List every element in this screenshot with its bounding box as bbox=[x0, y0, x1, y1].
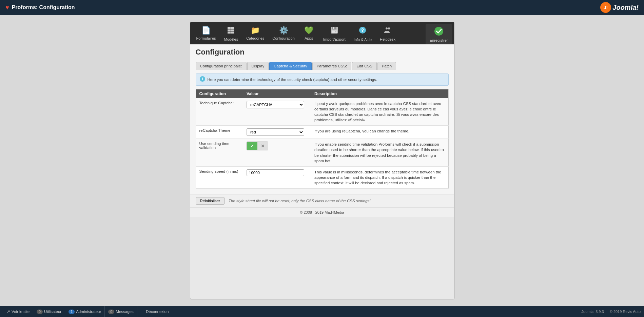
config-table: Configuration Valeur Description Techniq… bbox=[196, 89, 449, 189]
row2-value: red white blackglass clean bbox=[243, 126, 311, 139]
svg-rect-2 bbox=[228, 27, 231, 29]
reset-note: The style sheet file will not be reset, … bbox=[229, 199, 371, 203]
row3-desc: If you enable sending time validation Pr… bbox=[311, 139, 448, 166]
joomla-icon: J! bbox=[600, 2, 611, 13]
save-button[interactable]: Enregistrer bbox=[426, 24, 452, 44]
table-row: Technique Captcha: reCAPTCHA CSS Captcha… bbox=[196, 98, 448, 126]
row4-value bbox=[243, 166, 311, 188]
main-content: 📄 Formulaires Modèles 📁 Catégories ⚙️ Co… bbox=[0, 15, 644, 306]
toolbar-importexport-label: Import/Export bbox=[323, 37, 346, 41]
joomla-logo: J! Joomla! bbox=[600, 2, 639, 13]
toolbar-formulaires[interactable]: 📄 Formulaires bbox=[192, 24, 220, 44]
grid-icon bbox=[227, 26, 235, 36]
joomla-text: Joomla! bbox=[612, 4, 639, 12]
deconnexion-button[interactable]: — Déconnexion bbox=[137, 306, 173, 317]
captcha-technique-select[interactable]: reCAPTCHA CSS Captcha Special bbox=[247, 101, 304, 108]
reset-button[interactable]: Réinitialiser bbox=[196, 197, 225, 205]
toolbar-formulaires-label: Formulaires bbox=[196, 36, 216, 40]
info-text: Here you can determine the technology of… bbox=[208, 78, 377, 82]
svg-point-15 bbox=[386, 27, 388, 29]
info-bar: i Here you can determine the technology … bbox=[196, 73, 449, 86]
svg-text:?: ? bbox=[361, 27, 364, 33]
toolbar-modeles-label: Modèles bbox=[224, 37, 238, 41]
tab-edit-css[interactable]: Edit CSS bbox=[352, 62, 377, 70]
tabs: Configuration principale: Display Captch… bbox=[196, 62, 449, 70]
info-circle-icon: i bbox=[199, 76, 206, 83]
brand-title: Proforms: Configuration bbox=[12, 4, 75, 10]
svg-rect-5 bbox=[231, 29, 234, 31]
status-bar: ↗ Voir le site 0 Utilisateur 1 Administr… bbox=[0, 306, 644, 317]
apps-heart-icon: 💚 bbox=[304, 26, 313, 35]
page-inner: Configuration Configuration principale: … bbox=[190, 44, 454, 194]
row4-config: Sending speed (in ms) bbox=[196, 166, 243, 188]
toggle-off[interactable]: ✕ bbox=[257, 142, 268, 150]
toolbar-configuration-label: Configuration bbox=[272, 36, 294, 40]
sending-speed-input[interactable] bbox=[247, 169, 304, 176]
row3-config: Use sending time validation bbox=[196, 139, 243, 166]
svg-point-12 bbox=[335, 31, 336, 33]
messages-button[interactable]: 0 Messages bbox=[105, 306, 137, 317]
row2-desc: If you are using reCaptcha, you can chan… bbox=[311, 126, 448, 139]
info-icon: ? bbox=[358, 26, 367, 36]
col-header-config: Configuration bbox=[196, 89, 243, 99]
svg-rect-10 bbox=[333, 27, 334, 29]
top-bar: ♥ Proforms: Configuration J! Joomla! bbox=[0, 0, 644, 15]
tab-patch[interactable]: Patch bbox=[377, 62, 396, 70]
tab-display[interactable]: Display bbox=[247, 62, 269, 70]
messages-badge: 0 bbox=[108, 310, 114, 314]
row4-desc: This value is in milliseconds, determine… bbox=[311, 166, 448, 188]
voir-site-button[interactable]: ↗ Voir le site bbox=[3, 306, 33, 317]
toolbar-configuration[interactable]: ⚙️ Configuration bbox=[268, 24, 298, 44]
voir-site-label: Voir le site bbox=[12, 310, 30, 314]
toolbar-apps[interactable]: 💚 Apps bbox=[299, 24, 319, 44]
doc-icon: 📄 bbox=[201, 26, 211, 35]
logout-icon: — bbox=[141, 310, 145, 314]
svg-rect-4 bbox=[228, 29, 231, 31]
row3-value: ✓ ✕ bbox=[243, 139, 311, 166]
col-header-value: Valeur bbox=[243, 89, 311, 99]
svg-point-17 bbox=[434, 27, 443, 36]
row1-value: reCAPTCHA CSS Captcha Special bbox=[243, 98, 311, 126]
sending-time-toggle[interactable]: ✓ ✕ bbox=[247, 142, 268, 150]
heart-icon: ♥ bbox=[5, 4, 9, 11]
svg-rect-6 bbox=[228, 31, 231, 34]
table-row: Use sending time validation ✓ ✕ If you e… bbox=[196, 139, 448, 166]
utilisateur-button[interactable]: 0 Utilisateur bbox=[33, 306, 65, 317]
svg-point-16 bbox=[388, 27, 390, 29]
messages-label: Messages bbox=[116, 310, 133, 314]
app-window: 📄 Formulaires Modèles 📁 Catégories ⚙️ Co… bbox=[190, 22, 454, 299]
copyright-text: © 2008 - 2019 Mad4Media bbox=[300, 210, 344, 214]
row1-config: Technique Captcha: bbox=[196, 98, 243, 126]
svg-rect-7 bbox=[231, 31, 234, 34]
svg-text:J!: J! bbox=[604, 5, 608, 10]
row1-desc: Il peut y avoir quelques problèmes avec … bbox=[311, 98, 448, 126]
col-header-desc: Description bbox=[311, 89, 448, 99]
table-row: Sending speed (in ms) This value is in m… bbox=[196, 166, 448, 188]
page-title: Configuration bbox=[196, 48, 449, 59]
svg-text:i: i bbox=[202, 77, 203, 81]
toolbar-helpdesk[interactable]: Helpdesk bbox=[376, 24, 399, 44]
admin-button[interactable]: 1 Administrateur bbox=[65, 306, 105, 317]
toolbar-import-export[interactable]: Import/Export bbox=[319, 24, 350, 44]
joomla-version: Joomla! 3.9.3 — © 2019 Revis Auto bbox=[582, 310, 641, 314]
tab-params-css[interactable]: Paramètres CSS: bbox=[312, 62, 351, 70]
tab-main[interactable]: Configuration principale: bbox=[196, 62, 247, 70]
save-label: Enregistrer bbox=[430, 38, 448, 42]
bottom-bar: Réinitialiser The style sheet file will … bbox=[190, 194, 454, 207]
utilisateur-badge: 0 bbox=[37, 310, 43, 314]
toolbar: 📄 Formulaires Modèles 📁 Catégories ⚙️ Co… bbox=[190, 22, 454, 44]
toolbar-infoaide-label: Info & Aide bbox=[354, 38, 372, 42]
toolbar-modeles[interactable]: Modèles bbox=[220, 24, 242, 44]
toolbar-categories[interactable]: 📁 Catégories bbox=[242, 24, 268, 44]
utilisateur-label: Utilisateur bbox=[44, 310, 61, 314]
tab-captcha[interactable]: Captcha & Security bbox=[269, 62, 311, 70]
people-icon bbox=[384, 26, 392, 36]
admin-label: Administrateur bbox=[76, 310, 101, 314]
toolbar-categories-label: Catégories bbox=[246, 36, 264, 40]
toggle-on[interactable]: ✓ bbox=[247, 142, 257, 150]
toolbar-info-aide[interactable]: ? Info & Aide bbox=[350, 24, 376, 44]
external-link-icon: ↗ bbox=[7, 309, 10, 314]
toolbar-apps-label: Apps bbox=[305, 36, 313, 40]
folder-icon: 📁 bbox=[251, 26, 260, 35]
recaptcha-theme-select[interactable]: red white blackglass clean bbox=[247, 128, 304, 136]
